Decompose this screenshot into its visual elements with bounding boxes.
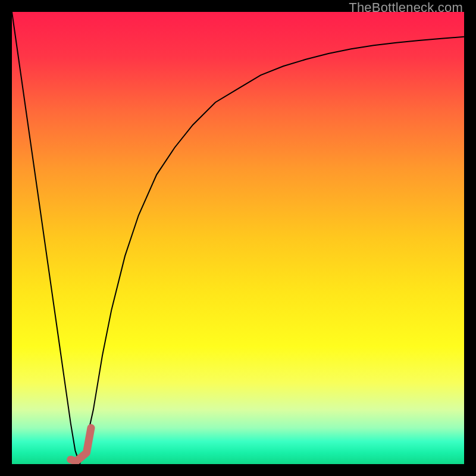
plot-area: [12, 12, 464, 464]
series-bottleneck-curve: [12, 12, 464, 464]
watermark-text: TheBottleneck.com: [349, 0, 463, 15]
chart-frame: TheBottleneck.com: [0, 0, 476, 476]
curve-layer: [12, 12, 464, 464]
